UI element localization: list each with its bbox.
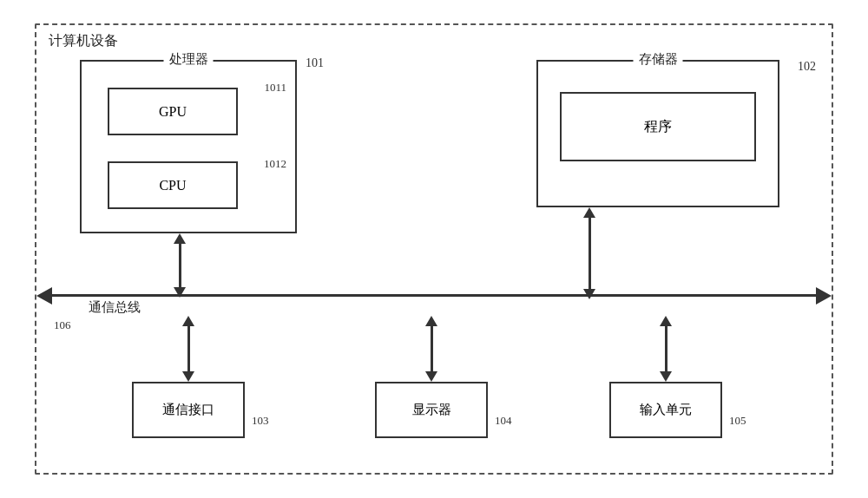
input-unit-box: 输入单元: [609, 382, 722, 438]
arrow-up-head-comm: [182, 316, 194, 326]
storage-label: 存储器: [634, 51, 683, 68]
arrow-down-head-input: [660, 371, 672, 382]
arrow-up-head-input: [660, 316, 672, 326]
comm-interface-label: 通信接口: [162, 402, 214, 418]
ref-1012: 1012: [264, 157, 286, 171]
arrow-line-comm: [187, 326, 190, 371]
processor-box: 处理器 GPU 1011 CPU 1012: [80, 60, 297, 233]
comm-interface-box: 通信接口: [132, 382, 245, 438]
program-box: 程序: [560, 92, 756, 161]
cpu-label: CPU: [159, 178, 186, 193]
diagram-wrapper: 计算机设备 处理器 GPU 1011 CPU 1012 101 存储器 程序 1…: [35, 23, 833, 475]
cpu-box: CPU: [108, 161, 238, 209]
arrow-up-head-2: [583, 207, 595, 218]
arrow-up-head: [174, 233, 186, 244]
display-label: 显示器: [412, 402, 451, 418]
storage-to-bus-arrow: [583, 207, 595, 299]
ref-106: 106: [54, 318, 71, 332]
gpu-label: GPU: [159, 104, 187, 120]
ref-1011: 1011: [264, 81, 286, 95]
ref-103: 103: [252, 414, 269, 428]
arrow-line: [179, 244, 181, 287]
display-to-bus-arrow: [425, 316, 437, 382]
input-to-bus-arrow: [660, 316, 672, 382]
outer-box: 计算机设备 处理器 GPU 1011 CPU 1012 101 存储器 程序 1…: [35, 23, 833, 475]
program-label: 程序: [644, 118, 672, 136]
arrow-line-disp: [431, 326, 433, 371]
gpu-box: GPU: [108, 88, 238, 135]
arrow-up-head-disp: [425, 316, 437, 326]
arrow-line-input: [665, 326, 667, 371]
bus-arrow-right: [816, 287, 832, 305]
comm-to-bus-arrow: [182, 316, 194, 382]
bus-label: 通信总线: [89, 299, 141, 316]
ref-102: 102: [798, 60, 816, 74]
arrow-down-head-comm: [182, 371, 194, 382]
processor-label: 处理器: [164, 51, 214, 68]
ref-105: 105: [729, 414, 746, 428]
outer-label: 计算机设备: [49, 32, 118, 50]
arrow-line-2: [589, 218, 591, 289]
input-unit-label: 输入单元: [640, 402, 692, 418]
arrow-down-head-disp: [425, 371, 437, 382]
proc-to-bus-arrow: [174, 233, 186, 298]
ref-101: 101: [306, 56, 324, 70]
display-box: 显示器: [375, 382, 488, 438]
bus-line: [49, 294, 819, 297]
storage-box: 存储器 程序: [536, 60, 779, 207]
ref-104: 104: [495, 414, 512, 428]
